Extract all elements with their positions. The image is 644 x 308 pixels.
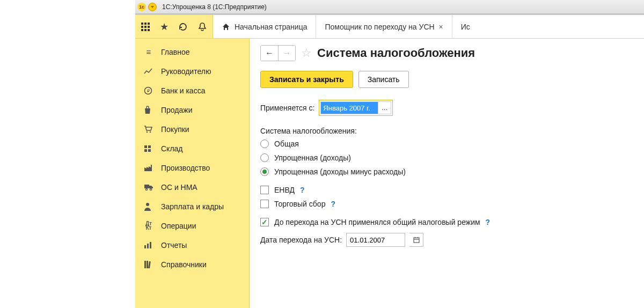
svg-rect-5 bbox=[148, 26, 150, 28]
check-trade-fee[interactable] bbox=[260, 200, 269, 208]
sidebar-item-label: ОС и НМА bbox=[161, 183, 197, 192]
sidebar-item-main[interactable]: ≡Главное bbox=[135, 42, 249, 62]
window-title: 1С:Упрощенка 8 (1С:Предприятие) bbox=[162, 3, 267, 11]
sidebar-item-label: Операции bbox=[161, 222, 196, 230]
window-titlebar: 1c 1С:Упрощенка 8 (1С:Предприятие) bbox=[135, 0, 644, 14]
factory-icon bbox=[144, 164, 153, 172]
sidebar-item-purchases[interactable]: Покупки bbox=[135, 120, 249, 139]
svg-rect-25 bbox=[147, 261, 148, 268]
check-label: ЕНВД bbox=[274, 186, 295, 194]
svg-rect-7 bbox=[144, 29, 147, 31]
sidebar-item-label: Зарплата и кадры bbox=[161, 202, 224, 211]
help-icon[interactable]: ? bbox=[331, 200, 335, 208]
applies-from-label: Применяется с: bbox=[260, 104, 314, 112]
save-close-button[interactable]: Записать и закрыть bbox=[260, 71, 353, 88]
sidebar-item-label: Главное bbox=[161, 48, 190, 56]
nav-history: ← → bbox=[260, 45, 296, 61]
help-icon[interactable]: ? bbox=[300, 186, 305, 194]
check-label: Торговый сбор bbox=[274, 200, 325, 208]
svg-rect-1 bbox=[144, 23, 147, 25]
radio-label: Упрощенная (доходы) bbox=[274, 153, 351, 162]
svg-point-19 bbox=[150, 188, 151, 190]
sidebar-item-reports[interactable]: Отчеты bbox=[135, 236, 249, 255]
cart-icon bbox=[144, 126, 153, 133]
svg-rect-24 bbox=[144, 261, 146, 268]
sidebar-item-directories[interactable]: Справочники bbox=[135, 255, 249, 274]
svg-point-12 bbox=[150, 131, 151, 133]
svg-rect-26 bbox=[148, 261, 151, 268]
trend-icon bbox=[144, 68, 153, 75]
sidebar-item-label: Банк и касса bbox=[161, 86, 205, 95]
sidebar-item-production[interactable]: Производство bbox=[135, 158, 249, 178]
star-icon[interactable]: ★ bbox=[160, 21, 169, 33]
chrome-bar: ★ Начальная страница Помощник по переход… bbox=[135, 14, 644, 39]
transition-date-input[interactable] bbox=[346, 233, 405, 247]
tax-system-label: Система налогообложения: bbox=[260, 127, 633, 135]
app-logo-icon: 1c bbox=[137, 3, 146, 11]
tab-home[interactable]: Начальная страница bbox=[213, 15, 316, 38]
truck-icon bbox=[144, 184, 153, 190]
bag-icon bbox=[144, 106, 153, 114]
sidebar-item-assets[interactable]: ОС и НМА bbox=[135, 178, 249, 197]
tab-label: Ис bbox=[461, 23, 470, 31]
sidebar-item-hr[interactable]: Зарплата и кадры bbox=[135, 197, 249, 216]
menu-icon: ≡ bbox=[144, 47, 153, 56]
back-button[interactable]: ← bbox=[261, 46, 278, 61]
calendar-icon[interactable] bbox=[409, 233, 423, 247]
main-content: ← → ☆ Система налогообложения Записать и… bbox=[250, 39, 644, 308]
svg-rect-0 bbox=[141, 23, 143, 25]
history-icon[interactable] bbox=[178, 22, 188, 32]
check-envd[interactable] bbox=[260, 186, 269, 194]
sidebar-item-label: Покупки bbox=[161, 125, 189, 134]
sidebar-item-bank[interactable]: ₽Банк и касса bbox=[135, 81, 249, 100]
sidebar-item-sales[interactable]: Продажи bbox=[135, 100, 249, 120]
radio-label: Общая bbox=[274, 140, 299, 148]
radio-usn-income[interactable] bbox=[260, 153, 269, 162]
sidebar-item-label: Продажи bbox=[161, 106, 192, 114]
sidebar-item-label: Отчеты bbox=[161, 241, 187, 250]
svg-point-20 bbox=[146, 203, 149, 206]
svg-rect-8 bbox=[148, 29, 150, 31]
svg-rect-15 bbox=[144, 149, 147, 152]
ruble-icon: ₽ bbox=[144, 86, 153, 95]
home-icon bbox=[222, 23, 230, 31]
tab-truncated[interactable]: Ис bbox=[452, 15, 479, 38]
tab-label: Помощник по переходу на УСН bbox=[325, 23, 434, 31]
close-icon[interactable]: × bbox=[439, 23, 443, 31]
svg-rect-23 bbox=[150, 242, 151, 248]
period-picker-button[interactable]: … bbox=[378, 101, 391, 114]
radio-usn-income-expense[interactable] bbox=[260, 167, 269, 176]
sidebar-item-label: Производство bbox=[161, 164, 210, 172]
radio-label: Упрощенная (доходы минус расходы) bbox=[274, 167, 406, 176]
applies-from-input[interactable] bbox=[320, 101, 378, 114]
save-button[interactable]: Записать bbox=[358, 71, 409, 88]
sidebar: ≡Главное Руководителю ₽Банк и касса Прод… bbox=[135, 39, 250, 308]
forward-button[interactable]: → bbox=[278, 46, 295, 61]
period-field-wrap: … bbox=[319, 100, 393, 116]
boxes-icon bbox=[144, 145, 153, 152]
chart-icon bbox=[144, 241, 153, 249]
quick-toolbar: ★ bbox=[135, 15, 213, 38]
sidebar-item-manager[interactable]: Руководителю bbox=[135, 62, 249, 81]
tab-usn-wizard[interactable]: Помощник по переходу на УСН × bbox=[316, 15, 452, 38]
sidebar-item-label: Справочники bbox=[161, 260, 207, 269]
dropdown-icon[interactable] bbox=[148, 3, 157, 11]
sidebar-item-warehouse[interactable]: Склад bbox=[135, 139, 249, 158]
help-icon[interactable]: ? bbox=[486, 218, 491, 226]
apps-grid-icon[interactable] bbox=[141, 22, 150, 32]
sidebar-item-label: Руководителю bbox=[161, 67, 211, 76]
bell-icon[interactable] bbox=[197, 22, 207, 32]
radio-general[interactable] bbox=[260, 140, 269, 148]
svg-rect-17 bbox=[144, 185, 149, 188]
favorite-star-icon[interactable]: ☆ bbox=[301, 46, 312, 60]
svg-point-11 bbox=[147, 131, 148, 133]
sidebar-item-operations[interactable]: ДтКтОперации bbox=[135, 216, 249, 236]
tab-bar: Начальная страница Помощник по переходу … bbox=[213, 15, 644, 38]
svg-rect-16 bbox=[148, 149, 151, 152]
svg-rect-6 bbox=[141, 29, 143, 31]
svg-rect-13 bbox=[144, 145, 147, 148]
check-prior-general[interactable]: ✓ bbox=[260, 218, 269, 226]
page-title: Система налогообложения bbox=[317, 46, 475, 60]
svg-rect-14 bbox=[148, 145, 151, 148]
svg-rect-27 bbox=[414, 238, 419, 243]
